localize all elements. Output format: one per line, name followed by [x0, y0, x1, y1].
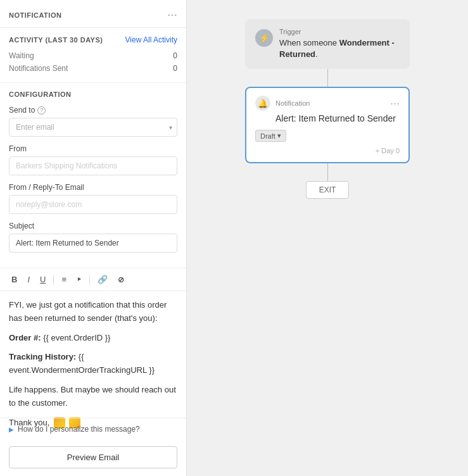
italic-button[interactable]: I [25, 273, 32, 285]
notification-card: 🔔 Notification ⋯ Alert: Item Returned to… [245, 87, 410, 163]
connector-line-2 [327, 163, 328, 181]
activity-title: ACTIVITY (LAST 30 DAYS) [9, 36, 103, 44]
trigger-label: Trigger [279, 28, 400, 35]
notif-title: Alert: Item Returned to Sender [255, 113, 400, 123]
send-to-select[interactable]: Enter email [9, 118, 177, 137]
draft-badge[interactable]: Draft ▾ [255, 130, 286, 142]
notification-card-header: 🔔 Notification ⋯ [255, 96, 400, 111]
panel-header: NOTIFICATION ⋯ [0, 0, 186, 28]
activity-row-sent: Notifications Sent 0 [9, 62, 177, 75]
lightning-icon: ⚡ [255, 29, 273, 47]
toolbar-divider-1 [53, 275, 54, 285]
editor-paragraph-4: Life happens. But maybe we should reach … [9, 384, 177, 410]
faq-section: ▶ How do I personalize this message? [0, 418, 186, 440]
send-to-help-icon[interactable]: ? [37, 106, 46, 115]
subject-label: Subject [9, 222, 177, 230]
trigger-text: When someone Wonderment - Returned. [279, 37, 400, 60]
editor-paragraph-3: Tracking History: {{ event.WondermentOrd… [9, 351, 177, 377]
notif-type-label: Notification [275, 99, 310, 107]
editor-paragraph-1: FYI, we just got a notification that thi… [9, 299, 177, 325]
from-reply-to-input[interactable] [9, 195, 177, 214]
editor-paragraph-2: Order #: {{ event.OrderID }} [9, 332, 177, 345]
order-id-value: {{ event.OrderID }} [43, 333, 110, 342]
from-reply-to-field-group: From / Reply-To Email [9, 183, 177, 214]
activity-row-waiting: Waiting 0 [9, 49, 177, 62]
configuration-section: CONFIGURATION Send to ? Enter email ▾ Fr… [0, 83, 186, 268]
panel-title: NOTIFICATION [9, 11, 61, 19]
link-button[interactable]: 🔗 [95, 273, 110, 285]
activity-section-header: ACTIVITY (LAST 30 DAYS) View All Activit… [9, 35, 177, 44]
tracking-label: Tracking History: [9, 352, 76, 361]
view-all-activity-link[interactable]: View All Activity [125, 35, 177, 44]
trigger-prefix: When someone [279, 38, 339, 47]
notif-dots-menu[interactable]: ⋯ [390, 97, 400, 109]
day-label: + Day 0 [255, 147, 400, 154]
connector-line-1 [327, 69, 328, 87]
bold-button[interactable]: B [9, 273, 20, 285]
order-id-label: Order #: [9, 333, 41, 342]
subject-field-group: Subject [9, 222, 177, 253]
underline-button[interactable]: U [37, 273, 48, 285]
from-label: From [9, 144, 177, 153]
from-reply-to-label: From / Reply-To Email [9, 183, 177, 192]
from-input[interactable] [9, 156, 177, 175]
panel-dots-menu[interactable]: ⋯ [167, 9, 177, 21]
waiting-value: 0 [173, 51, 177, 60]
activity-section: ACTIVITY (LAST 30 DAYS) View All Activit… [0, 28, 186, 83]
send-to-select-wrapper: Enter email ▾ [9, 118, 177, 137]
send-to-field-group: Send to ? Enter email ▾ [9, 106, 177, 137]
config-title: CONFIGURATION [9, 91, 177, 98]
faq-label: How do I personalize this message? [18, 425, 140, 434]
left-panel: NOTIFICATION ⋯ ACTIVITY (LAST 30 DAYS) V… [0, 0, 187, 476]
notif-header-left: 🔔 Notification [255, 96, 310, 111]
draft-label: Draft [260, 132, 275, 140]
ordered-list-button[interactable]: ≡ [59, 273, 69, 285]
trigger-suffix: . [315, 49, 318, 59]
chevron-right-icon: ▶ [9, 426, 14, 433]
unordered-list-button[interactable]: ‣ [74, 273, 84, 285]
notif-footer: Draft ▾ [255, 130, 400, 142]
trigger-card: ⚡ Trigger When someone Wonderment - Retu… [245, 19, 410, 69]
bell-icon: 🔔 [255, 96, 270, 111]
preview-email-button[interactable]: Preview Email [9, 446, 177, 468]
editor-toolbar: B I U ≡ ‣ 🔗 ⊘ [0, 268, 186, 291]
preview-btn-wrapper: Preview Email [0, 440, 186, 476]
toolbar-divider-2 [89, 275, 90, 285]
exit-box: EXIT [306, 181, 350, 199]
trigger-content: Trigger When someone Wonderment - Return… [279, 28, 400, 60]
clear-format-button[interactable]: ⊘ [115, 274, 127, 285]
send-to-label: Send to ? [9, 106, 177, 115]
from-field-group: From [9, 144, 177, 175]
right-panel: ⚡ Trigger When someone Wonderment - Retu… [187, 0, 468, 476]
faq-toggle[interactable]: ▶ How do I personalize this message? [9, 425, 177, 434]
waiting-label: Waiting [9, 51, 34, 60]
subject-input[interactable] [9, 234, 177, 253]
draft-chevron-icon: ▾ [277, 132, 281, 140]
sent-value: 0 [173, 64, 177, 73]
sent-label: Notifications Sent [9, 64, 68, 73]
email-editor[interactable]: FYI, we just got a notification that thi… [0, 291, 186, 418]
